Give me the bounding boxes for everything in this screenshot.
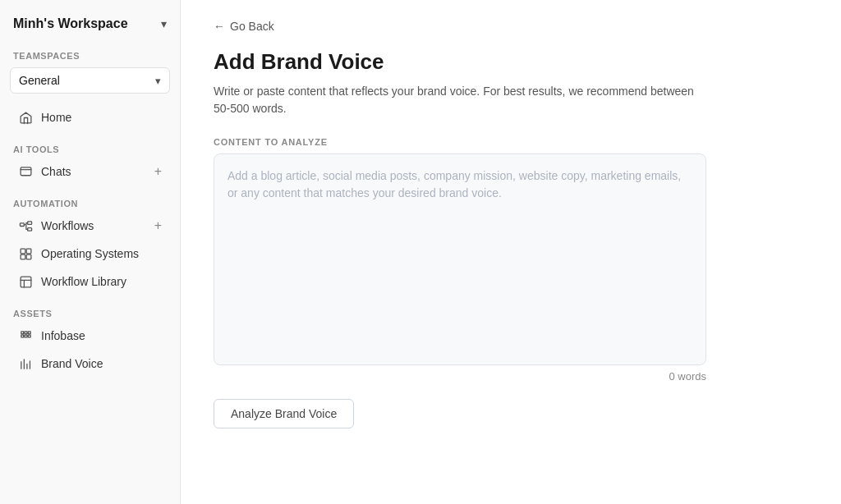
teamspaces-label: Teamspaces [0, 44, 180, 64]
sidebar-item-infobase[interactable]: Infobase [5, 323, 175, 349]
svg-rect-1 [20, 222, 24, 226]
workflow-library-label: Workflow Library [41, 275, 162, 288]
workflow-library-icon [18, 274, 33, 289]
infobase-label: Infobase [41, 329, 162, 342]
ai-tools-label: AI Tools [0, 138, 180, 158]
page-title: Add Brand Voice [214, 49, 808, 75]
sidebar-item-home[interactable]: Home [5, 104, 175, 131]
sidebar-item-workflow-library[interactable]: Workflow Library [5, 268, 175, 295]
word-count: 0 words [214, 370, 706, 383]
svg-rect-5 [26, 249, 31, 254]
go-back-label: Go Back [230, 20, 274, 33]
sidebar-item-operating-systems[interactable]: Operating Systems [5, 241, 175, 267]
workspace-header[interactable]: Minh's Workspace ▾ [0, 13, 180, 44]
go-back-button[interactable]: ← Go Back [214, 20, 808, 33]
infobase-icon [18, 328, 33, 343]
assets-label: Assets [0, 302, 180, 322]
content-textarea[interactable] [227, 167, 692, 348]
svg-rect-4 [21, 249, 25, 254]
workflows-label: Workflows [41, 219, 146, 232]
chat-icon [18, 164, 33, 179]
svg-rect-2 [27, 221, 31, 224]
svg-rect-6 [21, 254, 25, 259]
operating-systems-label: Operating Systems [41, 247, 162, 260]
automation-label: Automation [0, 192, 180, 212]
main-content: ← Go Back Add Brand Voice Write or paste… [181, 0, 841, 504]
teamspace-selected-label: General [19, 74, 60, 87]
sidebar-item-brand-voice[interactable]: Brand Voice [5, 351, 175, 377]
svg-rect-8 [21, 277, 31, 287]
chats-add-icon[interactable]: + [154, 164, 162, 179]
content-label: CONTENT TO ANALYZE [214, 137, 808, 147]
operating-systems-icon [18, 246, 33, 261]
svg-rect-0 [21, 167, 31, 175]
svg-rect-3 [27, 227, 31, 231]
page-description: Write or paste content that reflects you… [214, 83, 706, 117]
teamspace-chevron-icon: ▾ [155, 75, 161, 87]
brand-voice-label: Brand Voice [41, 357, 162, 370]
home-label: Home [41, 111, 162, 124]
home-icon [18, 110, 33, 125]
workspace-chevron-icon: ▾ [161, 17, 167, 30]
analyze-brand-voice-button[interactable]: Analyze Brand Voice [214, 399, 354, 428]
svg-rect-7 [26, 254, 31, 259]
workflows-icon [18, 218, 33, 233]
sidebar-item-chats[interactable]: Chats + [5, 158, 175, 185]
workspace-title: Minh's Workspace [13, 16, 128, 31]
workflows-add-icon[interactable]: + [154, 218, 162, 233]
chats-label: Chats [41, 165, 146, 178]
content-textarea-wrapper [214, 153, 706, 365]
go-back-arrow-icon: ← [214, 20, 225, 33]
teamspace-selector[interactable]: General ▾ [10, 67, 170, 94]
sidebar: Minh's Workspace ▾ Teamspaces General ▾ … [0, 0, 181, 504]
brand-voice-icon [18, 356, 33, 371]
sidebar-item-workflows[interactable]: Workflows + [5, 213, 175, 239]
